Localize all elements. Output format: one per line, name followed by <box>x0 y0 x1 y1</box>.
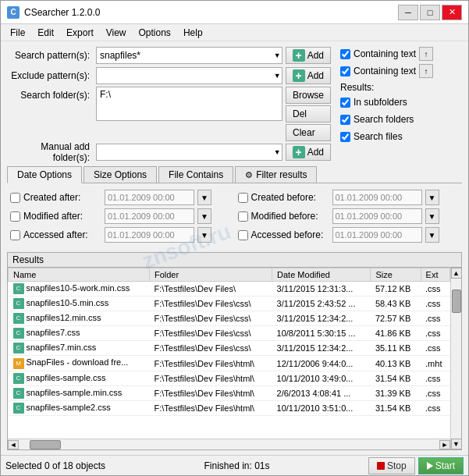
cell-name: MSnapFiles - download fre... <box>9 356 150 371</box>
menu-options[interactable]: Options <box>133 26 177 40</box>
containing-text-2-checkbox[interactable] <box>340 66 350 76</box>
containing-text-1-checkbox[interactable] <box>340 49 350 59</box>
file-type-icon: C <box>13 403 24 414</box>
menu-export[interactable]: Export <box>60 26 100 40</box>
table-row[interactable]: Csnapfiles-sample.min.css F:\Testfiles\D… <box>9 385 450 400</box>
menu-file[interactable]: File <box>4 26 31 40</box>
h-scroll-thumb[interactable] <box>30 440 61 449</box>
accessed-after-checkbox[interactable] <box>10 230 20 240</box>
in-subfolders-row: In subfolders <box>340 94 462 110</box>
in-subfolders-checkbox[interactable] <box>340 98 350 108</box>
cell-date: 2/6/2013 4:08:41 ... <box>272 385 371 400</box>
close-button[interactable]: ✕ <box>442 5 462 20</box>
vertical-scrollbar[interactable]: ▲ ▼ <box>450 268 461 449</box>
cell-ext: .mht <box>421 356 449 371</box>
h-scroll-left[interactable]: ◄ <box>8 440 19 449</box>
created-before-input[interactable] <box>332 190 422 205</box>
manual-add-input[interactable] <box>96 144 282 161</box>
accessed-before-input[interactable] <box>332 227 422 243</box>
main-window: C CSearcher 1.2.0.0 ─ □ ✕ File Edit Expo… <box>0 0 469 476</box>
accessed-after-arrow[interactable]: ▼ <box>197 227 211 243</box>
cell-folder: F:\Testfiles\Dev Files\ <box>149 282 272 297</box>
scroll-up-arrow[interactable]: ▲ <box>451 268 462 279</box>
table-row[interactable]: Csnapfiles-sample.css F:\Testfiles\Dev F… <box>9 371 450 385</box>
modified-after-checkbox[interactable] <box>10 211 20 222</box>
file-type-icon: C <box>13 328 24 339</box>
cell-name: Csnapfiles-sample.css <box>9 371 150 385</box>
search-patterns-input[interactable]: snapfiles* <box>96 47 282 64</box>
clear-button[interactable]: Clear <box>286 124 331 141</box>
search-patterns-label: Search pattern(s): <box>7 50 93 61</box>
status-bar: Selected 0 of 18 objects Finished in: 01… <box>1 455 468 475</box>
modified-before-checkbox[interactable] <box>238 211 248 222</box>
exclude-patterns-input[interactable] <box>96 67 282 84</box>
tab-size-options[interactable]: Size Options <box>83 166 157 183</box>
manual-add-row: Manual add folder(s): ▼ + Add <box>7 143 331 162</box>
search-patterns-wrapper: snapfiles* ▼ <box>96 47 282 64</box>
scroll-thumb[interactable] <box>452 290 461 313</box>
created-after-checkbox[interactable] <box>10 193 20 203</box>
stop-button[interactable]: Stop <box>368 457 415 474</box>
containing-text-1-arrow[interactable]: ↑ <box>419 47 433 61</box>
table-row[interactable]: Csnapfiles10-5-work.min.css F:\Testfiles… <box>9 282 450 297</box>
table-row[interactable]: Csnapfiles-sample2.css F:\Testfiles\Dev … <box>9 400 450 415</box>
created-before-arrow[interactable]: ▼ <box>425 190 439 205</box>
title-buttons: ─ □ ✕ <box>398 5 462 20</box>
tab-date-options[interactable]: Date Options <box>7 166 82 183</box>
table-header-row: Name Folder Date Modified Size Ext <box>9 268 450 282</box>
start-button[interactable]: Start <box>418 457 464 474</box>
del-button[interactable]: Del <box>286 105 331 123</box>
table-row[interactable]: Csnapfiles7.min.css F:\Testfiles\Dev Fil… <box>9 341 450 356</box>
right-options-panel: Containing text ↑ Containing text ↑ Resu… <box>337 46 462 162</box>
manual-add-label: Manual add folder(s): <box>7 141 93 163</box>
accessed-before-arrow[interactable]: ▼ <box>425 227 439 243</box>
modified-before-input[interactable] <box>332 208 422 224</box>
modified-before-arrow[interactable]: ▼ <box>425 208 439 224</box>
browse-button[interactable]: Browse <box>286 87 331 104</box>
add-manual-folder-button[interactable]: + Add <box>286 144 331 161</box>
file-type-icon: C <box>13 298 24 309</box>
menu-edit[interactable]: Edit <box>31 26 60 40</box>
created-after-arrow[interactable]: ▼ <box>197 190 211 205</box>
accessed-before-checkbox[interactable] <box>238 230 248 240</box>
cell-name: Csnapfiles7.css <box>9 326 150 341</box>
table-row[interactable]: MSnapFiles - download fre... F:\Testfile… <box>9 356 450 371</box>
cell-ext: .css <box>421 371 449 385</box>
table-row[interactable]: Csnapfiles7.css F:\Testfiles\Dev Files\c… <box>9 326 450 341</box>
modified-after-arrow[interactable]: ▼ <box>197 208 211 224</box>
window-title: CSearcher 1.2.0.0 <box>24 7 100 18</box>
created-before-checkbox[interactable] <box>238 193 248 203</box>
results-inner: Name Folder Date Modified Size Ext Csnap… <box>8 268 450 449</box>
file-type-icon: C <box>13 283 24 294</box>
menu-help[interactable]: Help <box>177 26 209 40</box>
accessed-row: Accessed after: ▼ Accessed before: ▼ <box>10 227 459 243</box>
cell-folder: F:\Testfiles\Dev Files\css\ <box>149 326 272 341</box>
created-after-input[interactable] <box>105 190 194 205</box>
table-scroll[interactable]: Name Folder Date Modified Size Ext Csnap… <box>8 268 450 439</box>
menu-view[interactable]: View <box>100 26 133 40</box>
add-icon: + <box>293 49 305 62</box>
minimize-button[interactable]: ─ <box>398 5 418 20</box>
horizontal-scrollbar[interactable]: ◄ ► <box>8 439 450 449</box>
cell-folder: F:\Testfiles\Dev Files\css\ <box>149 341 272 356</box>
containing-text-2-row: Containing text ↑ <box>340 63 462 79</box>
search-folders-checkbox[interactable] <box>340 115 350 125</box>
search-files-checkbox[interactable] <box>340 132 350 142</box>
tab-filter-results[interactable]: ⚙ Filter results <box>235 166 317 183</box>
h-scroll-right[interactable]: ► <box>439 440 450 449</box>
cell-name: Csnapfiles-sample2.css <box>9 400 150 415</box>
add-exclude-pattern-button[interactable]: + Add <box>286 67 331 84</box>
tab-file-contains[interactable]: File Contains <box>158 166 233 183</box>
modified-after-input[interactable] <box>105 208 194 224</box>
file-type-icon: C <box>13 343 24 353</box>
title-bar-left: C CSearcher 1.2.0.0 <box>7 6 100 19</box>
table-row[interactable]: Csnapfiles12.min.css F:\Testfiles\Dev Fi… <box>9 311 450 326</box>
results-header: Results <box>8 253 461 268</box>
table-row[interactable]: Csnapfiles10-5.min.css F:\Testfiles\Dev … <box>9 297 450 311</box>
accessed-after-input[interactable] <box>105 227 194 243</box>
maximize-button[interactable]: □ <box>420 5 440 20</box>
cell-size: 58.43 KB <box>371 297 421 311</box>
containing-text-2-arrow[interactable]: ↑ <box>419 64 433 78</box>
scroll-down-arrow[interactable]: ▼ <box>451 439 462 449</box>
add-search-pattern-button[interactable]: + Add <box>286 47 331 64</box>
